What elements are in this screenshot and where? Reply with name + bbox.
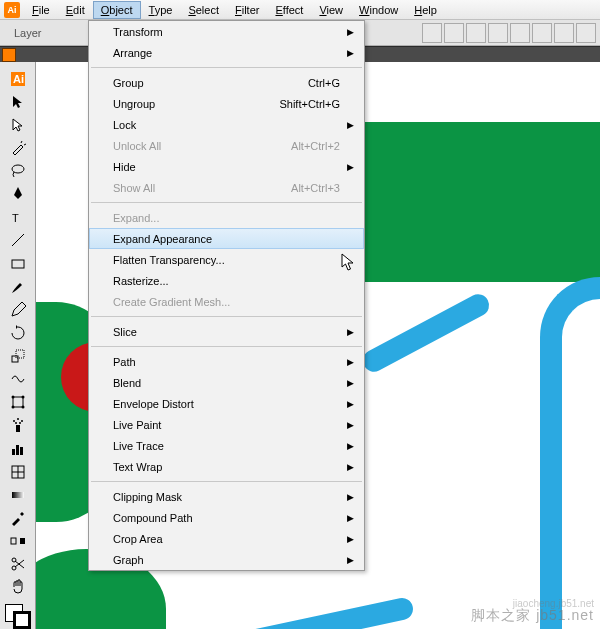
scale-tool[interactable] (6, 346, 30, 367)
type-tool[interactable]: T (6, 207, 30, 228)
layer-label[interactable]: Layer (4, 23, 52, 43)
menu-item-label: Slice (113, 326, 137, 338)
direct-selection-tool[interactable] (6, 114, 30, 135)
paintbrush-tool[interactable] (6, 276, 30, 297)
gradient-tool[interactable] (6, 484, 30, 505)
menu-item-lock[interactable]: Lock▶ (89, 114, 364, 135)
watermark-text: 脚本之家 jb51.net (471, 607, 594, 625)
menu-item-label: Live Paint (113, 419, 161, 431)
menu-item-flatten-transparency[interactable]: Flatten Transparency... (89, 249, 364, 270)
menu-window[interactable]: Window (351, 1, 406, 19)
svg-line-30 (15, 561, 24, 568)
stroke-color-icon[interactable] (13, 611, 31, 629)
menu-item-live-trace[interactable]: Live Trace▶ (89, 435, 364, 456)
svg-point-11 (11, 406, 14, 409)
menu-item-graph[interactable]: Graph▶ (89, 549, 364, 570)
menu-item-expand-appearance[interactable]: Expand Appearance (89, 228, 364, 249)
blend-tool[interactable] (6, 531, 30, 552)
menu-edit[interactable]: Edit (58, 1, 93, 19)
menu-view[interactable]: View (311, 1, 351, 19)
svg-rect-19 (12, 449, 15, 455)
submenu-arrow-icon: ▶ (347, 441, 354, 451)
menu-item-label: Blend (113, 377, 141, 389)
distribute-icon[interactable] (532, 23, 552, 43)
menu-item-compound-path[interactable]: Compound Path▶ (89, 507, 364, 528)
svg-point-9 (11, 396, 14, 399)
lasso-tool[interactable] (6, 161, 30, 182)
menu-item-rasterize[interactable]: Rasterize... (89, 270, 364, 291)
selection-tool[interactable] (6, 91, 30, 112)
symbol-sprayer-tool[interactable] (6, 415, 30, 436)
menu-item-crop-area[interactable]: Crop Area▶ (89, 528, 364, 549)
magic-wand-tool[interactable] (6, 137, 30, 158)
align-icon[interactable] (444, 23, 464, 43)
transform-icon[interactable] (576, 23, 596, 43)
artwork-shape (359, 290, 493, 375)
menu-type[interactable]: Type (141, 1, 181, 19)
rotate-tool[interactable] (6, 322, 30, 343)
submenu-arrow-icon: ▶ (347, 399, 354, 409)
menu-item-label: Crop Area (113, 533, 163, 545)
menu-item-label: Envelope Distort (113, 398, 194, 410)
menu-item-unlock-all: Unlock AllAlt+Ctrl+2 (89, 135, 364, 156)
menu-item-shortcut: Alt+Ctrl+2 (291, 140, 340, 152)
align-icon[interactable] (466, 23, 486, 43)
menu-item-envelope-distort[interactable]: Envelope Distort▶ (89, 393, 364, 414)
submenu-arrow-icon: ▶ (347, 378, 354, 388)
menu-item-label: Graph (113, 554, 144, 566)
menu-item-blend[interactable]: Blend▶ (89, 372, 364, 393)
menu-item-label: Live Trace (113, 440, 164, 452)
warp-tool[interactable] (6, 369, 30, 390)
menu-select[interactable]: Select (180, 1, 227, 19)
column-graph-tool[interactable] (6, 438, 30, 459)
mesh-tool[interactable] (6, 461, 30, 482)
fill-stroke-swatch[interactable] (5, 604, 31, 629)
svg-point-2 (12, 165, 24, 173)
menu-item-shortcut: Shift+Ctrl+G (279, 98, 340, 110)
menu-item-label: Hide (113, 161, 136, 173)
menu-item-transform[interactable]: Transform▶ (89, 21, 364, 42)
menu-item-ungroup[interactable]: UngroupShift+Ctrl+G (89, 93, 364, 114)
menu-object[interactable]: Object (93, 1, 141, 19)
pen-tool[interactable] (6, 184, 30, 205)
scissors-tool[interactable] (6, 554, 30, 575)
align-icon[interactable] (488, 23, 508, 43)
cursor-icon (340, 253, 358, 273)
pencil-tool[interactable] (6, 299, 30, 320)
svg-line-4 (12, 234, 24, 246)
svg-rect-20 (16, 445, 19, 455)
menu-item-slice[interactable]: Slice▶ (89, 321, 364, 342)
menubar: FileEditObjectTypeSelectFilterEffectView… (0, 0, 600, 20)
svg-point-17 (15, 422, 17, 424)
menu-item-hide[interactable]: Hide▶ (89, 156, 364, 177)
hand-tool[interactable] (6, 577, 30, 598)
menu-item-group[interactable]: GroupCtrl+G (89, 72, 364, 93)
menu-item-label: Compound Path (113, 512, 193, 524)
menu-effect[interactable]: Effect (267, 1, 311, 19)
submenu-arrow-icon: ▶ (347, 534, 354, 544)
eyedropper-tool[interactable] (6, 507, 30, 528)
free-transform-tool[interactable] (6, 392, 30, 413)
svg-point-14 (13, 420, 15, 422)
menu-item-create-gradient-mesh: Create Gradient Mesh... (89, 291, 364, 312)
menu-file[interactable]: File (24, 1, 58, 19)
distribute-icon[interactable] (510, 23, 530, 43)
submenu-arrow-icon: ▶ (347, 555, 354, 565)
menu-item-arrange[interactable]: Arrange▶ (89, 42, 364, 63)
menu-item-text-wrap[interactable]: Text Wrap▶ (89, 456, 364, 477)
menu-help[interactable]: Help (406, 1, 445, 19)
distribute-icon[interactable] (554, 23, 574, 43)
menu-item-live-paint[interactable]: Live Paint▶ (89, 414, 364, 435)
rectangle-tool[interactable] (6, 253, 30, 274)
menu-separator (91, 346, 362, 347)
menu-item-path[interactable]: Path▶ (89, 351, 364, 372)
svg-point-18 (19, 422, 21, 424)
menu-filter[interactable]: Filter (227, 1, 267, 19)
line-tool[interactable] (6, 230, 30, 251)
menu-item-label: Text Wrap (113, 461, 162, 473)
menu-item-clipping-mask[interactable]: Clipping Mask▶ (89, 486, 364, 507)
menu-item-label: Expand... (113, 212, 159, 224)
align-icon[interactable] (422, 23, 442, 43)
object-menu-dropdown: Transform▶Arrange▶GroupCtrl+GUngroupShif… (88, 20, 365, 571)
menu-separator (91, 481, 362, 482)
